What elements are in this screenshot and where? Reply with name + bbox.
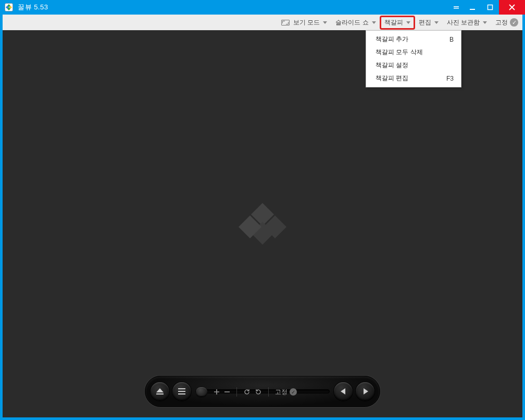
bookmark-settings-item[interactable]: 책갈피 설정: [366, 59, 461, 72]
menu-item-shortcut: F3: [446, 75, 454, 82]
edit-menu[interactable]: 편집: [415, 17, 442, 29]
pin-label: 고정: [495, 18, 508, 27]
separator: [236, 387, 237, 397]
separator: [268, 387, 269, 397]
bookmark-dropdown: 책갈피 추가 B 책갈피 모두 삭제 책갈피 설정 책갈피 편집 F3: [366, 30, 461, 87]
close-button[interactable]: [499, 0, 525, 15]
zoom-in-button[interactable]: [214, 389, 220, 395]
fullscreen-icon: [281, 20, 290, 26]
seek-knob[interactable]: [196, 387, 207, 397]
previous-button[interactable]: [334, 382, 353, 401]
svg-rect-6: [454, 6, 459, 7]
menu-button[interactable]: [172, 382, 191, 401]
chevron-down-icon: [372, 21, 376, 24]
seek-track[interactable]: 고정 ✓: [195, 389, 330, 393]
chevron-down-icon: [434, 21, 439, 24]
check-circle-icon: ✓: [510, 18, 518, 27]
menu-item-label: 책갈피 편집: [376, 74, 408, 83]
viewer-area[interactable]: 고정 ✓: [3, 30, 522, 417]
pin-toggle-bottom[interactable]: 고정 ✓: [275, 388, 297, 397]
chevron-down-icon: [406, 21, 410, 24]
rotate-left-button[interactable]: [243, 388, 251, 396]
zoom-out-button[interactable]: [224, 389, 230, 395]
next-icon: [364, 388, 368, 394]
window-frame: 꿀뷰 5.53 보기 모드 슬라이드 쇼: [0, 0, 525, 420]
edit-label: 편집: [419, 18, 431, 27]
svg-rect-8: [470, 9, 475, 10]
menu-item-label: 책갈피 추가: [376, 35, 408, 44]
menu-item-label: 책갈피 설정: [376, 61, 408, 70]
bookmark-delete-all-item[interactable]: 책갈피 모두 삭제: [366, 46, 461, 59]
bookmark-edit-item[interactable]: 책갈피 편집 F3: [366, 72, 461, 85]
toolbar: 보기 모드 슬라이드 쇼 책갈피 편집 사진 보관함 고정 ✓: [3, 15, 522, 30]
menu-icon: [178, 388, 185, 394]
bookmark-add-item[interactable]: 책갈피 추가 B: [366, 33, 461, 46]
view-mode-label: 보기 모드: [293, 18, 320, 27]
chevron-down-icon: [323, 21, 327, 24]
titlebar[interactable]: 꿀뷰 5.53: [0, 0, 525, 15]
photo-storage-label: 사진 보관함: [447, 18, 480, 27]
menu-item-label: 책갈피 모두 삭제: [376, 48, 423, 57]
slideshow-label: 슬라이드 쇼: [335, 18, 368, 27]
photo-storage-menu[interactable]: 사진 보관함: [443, 17, 491, 29]
check-circle-icon: ✓: [290, 388, 297, 396]
chevron-down-icon: [483, 21, 487, 24]
slideshow-menu[interactable]: 슬라이드 쇼: [332, 17, 379, 29]
eject-icon: [156, 388, 164, 394]
maximize-button[interactable]: [481, 0, 499, 15]
app-logo-watermark: [236, 198, 289, 250]
rotate-right-button[interactable]: [255, 388, 262, 396]
menu-item-shortcut: B: [449, 36, 454, 43]
view-mode-menu[interactable]: 보기 모드: [278, 17, 331, 29]
window-compact-button[interactable]: [449, 0, 464, 15]
bookmark-menu[interactable]: 책갈피: [381, 17, 414, 29]
eject-button[interactable]: [151, 382, 169, 401]
bookmark-label: 책갈피: [384, 18, 403, 27]
app-icon: [4, 3, 14, 12]
pin-toggle[interactable]: 고정 ✓: [492, 17, 519, 29]
previous-icon: [341, 388, 345, 394]
window-controls: [449, 0, 525, 15]
svg-rect-7: [454, 8, 459, 9]
bottom-control-bar: 고정 ✓: [145, 376, 380, 407]
next-button[interactable]: [356, 382, 374, 401]
app-title: 꿀뷰 5.53: [18, 3, 48, 12]
minimize-button[interactable]: [464, 0, 481, 15]
svg-rect-9: [488, 5, 493, 10]
